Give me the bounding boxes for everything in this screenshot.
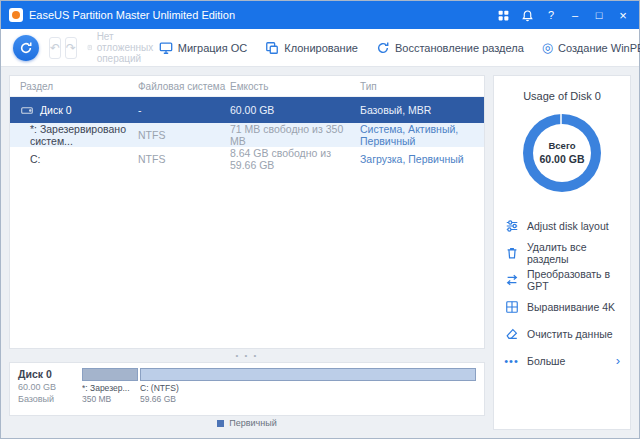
cell-partition: Диск 0: [40, 104, 72, 116]
4k-alignment-button[interactable]: Выравнивание 4K: [504, 293, 620, 320]
cell-type: Загрузка, Первичный: [360, 153, 484, 165]
column-capacity: Емкость: [230, 81, 360, 92]
cell-type: Система, Активный, Первичный: [360, 123, 484, 147]
hard-drive-icon: [20, 104, 34, 117]
convert-gpt-icon: [504, 273, 519, 287]
clone-icon: [265, 41, 279, 55]
cell-capacity: 71 MB свободно из 350 MB: [230, 123, 360, 147]
minimize-button[interactable]: –: [563, 4, 587, 26]
4k-align-icon: [504, 300, 519, 314]
migrate-os-button[interactable]: Миграция ОС: [159, 41, 248, 55]
more-button[interactable]: ••• Больше ›: [504, 347, 620, 374]
partition-recovery-button[interactable]: Восстановление раздела: [376, 41, 524, 55]
pending-operations-icon: [87, 42, 93, 53]
column-type: Тип: [360, 81, 484, 92]
maximize-button[interactable]: □: [587, 4, 611, 26]
cell-filesystem: -: [138, 104, 230, 116]
partition-block-fill: [82, 368, 138, 381]
table-row-disk0[interactable]: Диск 0 - 60.00 GB Базовый, MBR: [10, 97, 484, 123]
donut-center-value: 60.00 GB: [540, 152, 585, 167]
partition-panel: Раздел Файловая система Емкость Тип Диск…: [9, 75, 485, 430]
partition-recovery-icon: [376, 41, 390, 55]
clone-button[interactable]: Клонирование: [265, 41, 358, 55]
undo-button[interactable]: ↶: [49, 37, 61, 59]
cell-capacity: 60.00 GB: [230, 104, 360, 116]
convert-to-gpt-button[interactable]: Преобразовать в GPT: [504, 266, 620, 293]
table-header: Раздел Файловая система Емкость Тип: [10, 76, 484, 97]
disk-map-name: Диск 0: [18, 368, 74, 382]
winpe-icon: ◎: [542, 41, 553, 54]
close-button[interactable]: ×: [611, 4, 635, 26]
cell-partition: *: Зарезервировано систем...: [10, 123, 138, 147]
disk-map-size: 60.00 GB: [18, 382, 74, 394]
help-button[interactable]: ?: [539, 4, 563, 26]
primary-legend-swatch: [217, 420, 224, 427]
column-partition: Раздел: [10, 81, 138, 92]
refresh-icon: [19, 41, 33, 55]
notification-bell-icon[interactable]: [515, 4, 539, 26]
cell-filesystem: NTFS: [138, 153, 230, 165]
partition-block-size: 350 MB: [82, 394, 138, 405]
apps-grid-icon[interactable]: [491, 4, 515, 26]
redo-button[interactable]: ↷: [65, 37, 77, 59]
more-icon: •••: [504, 355, 519, 367]
main-content: Раздел Файловая система Емкость Тип Диск…: [1, 67, 639, 438]
os-migration-icon: [159, 41, 173, 55]
adjust-disk-layout-button[interactable]: Adjust disk layout: [504, 212, 620, 239]
cell-capacity: 8.64 GB свободно из 59.66 GB: [230, 147, 360, 171]
create-winpe-button[interactable]: ◎ Создание WinPE: [542, 41, 640, 54]
adjust-layout-icon: [504, 219, 519, 233]
wipe-data-icon: [504, 327, 519, 341]
app-title: EaseUS Partition Master Unlimited Editio…: [29, 9, 235, 21]
partition-block-fill: [140, 368, 476, 381]
panel-splitter-handle[interactable]: • • •: [9, 349, 485, 362]
disk-map: Диск 0 60.00 GB Базовый *: Зарезер... 35…: [9, 362, 485, 416]
disk-map-partition-system-reserved[interactable]: *: Зарезер... 350 MB: [82, 368, 138, 410]
sidebar-actions: Adjust disk layout Удалить все разделы П…: [504, 212, 620, 374]
donut-center-label: Всего: [540, 139, 585, 152]
disk-map-type: Базовый: [18, 394, 74, 406]
chevron-right-icon: ›: [616, 354, 620, 367]
partition-block-size: 59.66 GB: [140, 394, 476, 405]
cell-type: Базовый, MBR: [360, 104, 484, 116]
delete-all-partitions-button[interactable]: Удалить все разделы: [504, 239, 620, 266]
wipe-data-button[interactable]: Очистить данные: [504, 320, 620, 347]
disk-usage-donut: Всего 60.00 GB: [523, 114, 601, 192]
toolbar: ↶ ↷ Нет отложенных операций Миграция ОС …: [1, 29, 639, 67]
app-window: EaseUS Partition Master Unlimited Editio…: [0, 0, 640, 439]
cell-partition: C:: [10, 153, 138, 165]
partition-block-name: C: (NTFS): [140, 383, 476, 394]
sidebar-title: Usage of Disk 0: [504, 90, 620, 102]
partition-table: Раздел Файловая система Емкость Тип Диск…: [9, 75, 485, 349]
table-row-c-drive[interactable]: C: NTFS 8.64 GB свободно из 59.66 GB Заг…: [10, 147, 484, 171]
table-row-system-reserved[interactable]: *: Зарезервировано систем... NTFS 71 MB …: [10, 123, 484, 147]
toolbar-actions: Миграция ОС Клонирование Восстановление …: [159, 41, 640, 55]
pending-operations-status: Нет отложенных операций: [87, 31, 159, 64]
legend-label: Первичный: [229, 418, 276, 428]
app-logo-icon: [9, 8, 23, 22]
refresh-button[interactable]: [13, 35, 39, 61]
disk-map-partition-c[interactable]: C: (NTFS) 59.66 GB: [140, 368, 476, 410]
titlebar: EaseUS Partition Master Unlimited Editio…: [1, 1, 639, 29]
sidebar: Usage of Disk 0 Всего 60.00 GB Adjust di…: [493, 75, 631, 430]
legend: Первичный: [9, 416, 485, 430]
partition-block-name: *: Зарезер...: [82, 383, 138, 394]
column-filesystem: Файловая система: [138, 81, 230, 92]
cell-filesystem: NTFS: [138, 129, 230, 141]
delete-partitions-icon: [504, 246, 519, 260]
